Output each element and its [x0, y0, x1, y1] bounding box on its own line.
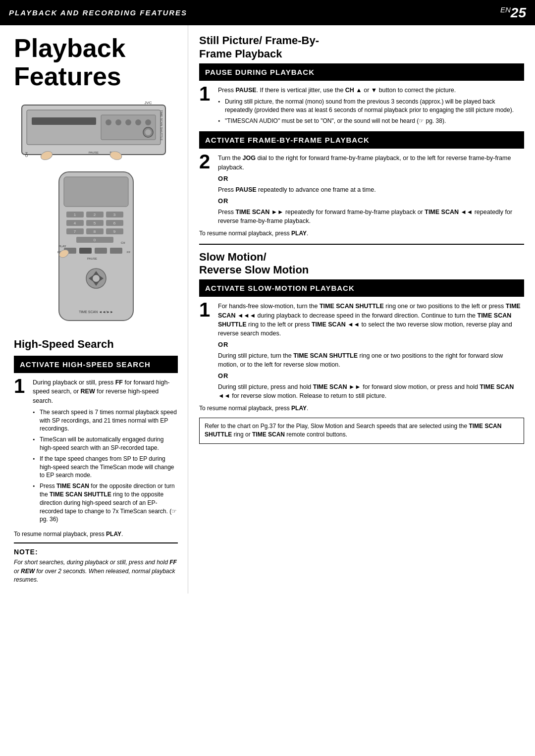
pause-box-title: PAUSE DURING PLAYBACK: [200, 64, 523, 80]
svg-text:2: 2: [93, 213, 96, 217]
slow-step-box: ACTIVATE SLOW-MOTION PLAYBACK: [199, 279, 524, 297]
slow-box-title: ACTIVATE SLOW-MOTION PLAYBACK: [200, 280, 523, 296]
right-column: Still Picture/ Frame-By- Frame Playback …: [188, 25, 535, 593]
svg-text:CH: CH: [121, 241, 125, 244]
svg-text:5: 5: [93, 221, 96, 225]
left-column: Playback Features: [0, 25, 188, 593]
page-title: Playback Features: [14, 34, 178, 91]
svg-text:TIME SCAN SHUTTLE: TIME SCAN SHUTTLE: [160, 110, 163, 141]
frame-step-box: ACTIVATE FRAME-BY-FRAME PLAYBACK: [199, 131, 524, 149]
svg-text:1: 1: [73, 213, 76, 217]
slow-motion-resume: To resume normal playback, press PLAY.: [199, 404, 524, 413]
svg-text:4: 4: [73, 221, 76, 225]
note-content: For short searches, during playback or s…: [14, 558, 178, 584]
or-label-2: OR: [218, 197, 524, 206]
high-speed-step-content: During playback or still, press FF for f…: [33, 378, 178, 526]
svg-rect-42: [95, 248, 107, 254]
svg-point-6: [125, 119, 131, 125]
page-number: EN25: [500, 3, 526, 22]
header-title: PLAYBACK AND RECORDING FEATURES: [9, 7, 187, 18]
svg-text:JVC: JVC: [144, 101, 152, 105]
svg-rect-48: [110, 248, 116, 254]
pause-step-box: PAUSE DURING PLAYBACK: [199, 63, 524, 81]
pause-step-row: 1 Press PAUSE. If there is vertical jitt…: [199, 86, 524, 128]
bullet-item: During still picture, the normal (mono) …: [218, 98, 524, 114]
svg-text:PAUSE: PAUSE: [89, 151, 99, 154]
still-picture-heading: Still Picture/ Frame-By- Frame Playback: [199, 34, 524, 60]
svg-point-10: [145, 129, 151, 135]
svg-text:9: 9: [113, 229, 115, 234]
slow-or-label-1: OR: [218, 340, 524, 350]
svg-text:7: 7: [73, 229, 76, 234]
svg-rect-2: [32, 117, 96, 125]
frame-box-title: ACTIVATE FRAME-BY-FRAME PLAYBACK: [200, 132, 523, 148]
note-section: NOTE: For short searches, during playbac…: [14, 542, 178, 585]
svg-text:6: 6: [113, 221, 115, 225]
slow-step-text: For hands-free slow-motion, turn the TIM…: [218, 303, 521, 336]
frame-step-number: 2: [199, 152, 215, 171]
pause-bullets: During still picture, the normal (mono) …: [218, 98, 524, 125]
pause-step-number: 1: [199, 84, 215, 104]
pause-step-content: Press PAUSE. If there is vertical jitter…: [218, 86, 524, 128]
svg-text:FF: FF: [127, 251, 131, 254]
en-label: EN: [500, 5, 511, 14]
svg-rect-41: [79, 248, 92, 254]
frame-step-row: 2 Turn the JOG dial to the right for for…: [199, 154, 524, 225]
or2-text: Press TIME SCAN ►► repeatedly for forwar…: [218, 208, 524, 225]
bullet-item: "TIMESCAN AUDIO" must be set to "ON", or…: [218, 117, 524, 125]
svg-text:PLAY: PLAY: [58, 245, 66, 248]
note-title: NOTE:: [14, 547, 178, 557]
high-speed-heading: High-Speed Search: [14, 337, 178, 352]
or-label-1: OR: [218, 174, 524, 184]
main-content: Playback Features: [0, 25, 535, 593]
svg-text:0: 0: [93, 238, 96, 242]
svg-point-4: [106, 119, 111, 125]
device-image-area: JVC CH TIME SCAN SHUTTLE PAUSE PLAY: [14, 100, 178, 328]
slow-step-row: 1 For hands-free slow-motion, turn the T…: [199, 302, 524, 400]
info-box: Refer to the chart on Pg.37 for the Play…: [199, 418, 524, 444]
device-illustration: JVC CH TIME SCAN SHUTTLE PAUSE PLAY: [17, 100, 175, 328]
high-speed-step-box: ACTIVATE HIGH-SPEED SEARCH: [14, 356, 178, 373]
svg-point-8: [145, 119, 151, 125]
bullet-item: TimeScan will be automatically engaged d…: [33, 435, 178, 452]
slow-or2-text: During still picture, press and hold TIM…: [218, 382, 524, 400]
svg-text:PAUSE: PAUSE: [87, 257, 97, 260]
svg-text:8: 8: [93, 229, 96, 234]
svg-point-5: [115, 119, 121, 125]
info-box-text: Refer to the chart on Pg.37 for the Play…: [205, 423, 501, 438]
bullet-item: The search speed is 7 times normal playb…: [33, 408, 178, 433]
slow-step-content: For hands-free slow-motion, turn the TIM…: [218, 302, 524, 400]
page-header: PLAYBACK AND RECORDING FEATURES EN25: [0, 0, 535, 25]
bullet-item: If the tape speed changes from SP to EP …: [33, 455, 178, 480]
section-divider: [199, 244, 524, 245]
frame-step-text: Turn the JOG dial to the right for forwa…: [218, 155, 511, 170]
high-speed-step-text: During playback or still, press FF for f…: [33, 379, 170, 404]
slow-motion-heading: Slow Motion/ Reverse Slow Motion: [199, 251, 524, 277]
high-speed-box-title: ACTIVATE HIGH-SPEED SEARCH: [15, 357, 177, 372]
svg-point-55: [93, 275, 100, 282]
svg-point-7: [135, 119, 141, 125]
slow-or-label-2: OR: [218, 372, 524, 381]
high-speed-bullets: The search speed is 7 times normal playb…: [33, 408, 178, 524]
slow-or1-text: During still picture, turn the TIME SCAN…: [218, 351, 524, 369]
svg-text:3: 3: [113, 213, 115, 217]
slow-step-number: 1: [199, 300, 215, 320]
pause-step-text: Press PAUSE. If there is vertical jitter…: [218, 87, 456, 94]
or1-text: Press PAUSE repeatedly to advance one fr…: [218, 185, 524, 194]
step-number-1: 1: [14, 376, 30, 396]
bullet-item: Press TIME SCAN for the opposite directi…: [33, 482, 178, 524]
svg-text:CH: CH: [25, 152, 28, 157]
high-speed-step-row: 1 During playback or still, press FF for…: [14, 378, 178, 526]
frame-step-content: Turn the JOG dial to the right for forwa…: [218, 154, 524, 225]
svg-text:TIME SCAN ◄◄/►►: TIME SCAN ◄◄/►►: [79, 310, 113, 314]
still-picture-resume: To resume normal playback, press PLAY.: [199, 229, 524, 238]
high-speed-resume: To resume normal playback, press PLAY.: [14, 530, 178, 539]
svg-rect-19: [64, 177, 128, 207]
